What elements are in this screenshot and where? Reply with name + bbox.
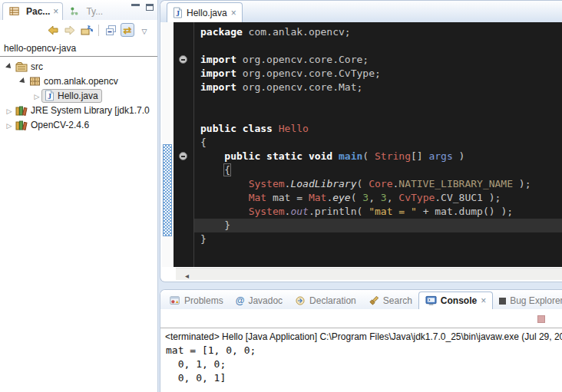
problems-icon <box>170 295 180 306</box>
code-line[interactable]: { <box>200 136 562 150</box>
range-indicator-ruler <box>162 22 174 267</box>
tab-type-hierarchy[interactable]: Ty... <box>63 3 107 20</box>
svg-text:J: J <box>48 92 51 100</box>
toolbar-separator <box>98 25 99 36</box>
library-icon <box>15 105 28 116</box>
tree-item-opencv-library[interactable]: OpenCV-2.4.6 <box>0 117 157 132</box>
java-file-icon: J <box>45 90 55 101</box>
code-line[interactable]: System.LoadLibrary( Core.NATIVE_LIBRARY_… <box>200 177 562 191</box>
link-with-editor-icon[interactable] <box>121 23 134 37</box>
tab-label: Problems <box>184 295 223 306</box>
expander-icon[interactable] <box>5 120 14 130</box>
project-tree: src com.anlak.opencv J Hello.java JRE Sy… <box>0 57 157 132</box>
tree-item-label: Hello.java <box>58 91 98 101</box>
expander-icon[interactable] <box>5 105 14 116</box>
code-line[interactable]: public class Hello <box>200 122 562 136</box>
editor-tab-bar: J Hello.java <box>160 1 562 22</box>
code-line[interactable]: } <box>194 219 562 232</box>
tab-package-explorer[interactable]: Pac... <box>2 2 63 20</box>
tab-search[interactable]: Search <box>362 292 418 309</box>
code-line[interactable]: { <box>200 163 562 177</box>
view-menu-icon[interactable] <box>137 23 151 37</box>
collapse-all-icon[interactable] <box>104 23 117 37</box>
code-line[interactable]: import org.opencv.core.Mat; <box>200 81 562 94</box>
code-line[interactable]: System.out.println( "mat = " + mat.dump(… <box>200 205 562 219</box>
javadoc-icon <box>236 295 245 306</box>
close-icon[interactable] <box>481 295 486 306</box>
tab-label: Console <box>441 295 477 306</box>
declaration-icon <box>295 295 306 306</box>
project-root-label[interactable]: hello-opencv-java <box>0 40 157 57</box>
code-line[interactable] <box>200 94 562 108</box>
range-indicator-thumb[interactable] <box>163 144 172 236</box>
svg-text:J: J <box>176 9 180 18</box>
bug-icon <box>499 298 506 305</box>
tree-item-label: com.anlak.opencv <box>44 76 118 87</box>
console-icon <box>425 295 437 306</box>
tab-label: Javadoc <box>248 295 283 306</box>
sidebar-tab-bar: Pac... Ty... <box>0 0 157 20</box>
view-window-buttons <box>131 4 154 11</box>
tree-item-package[interactable]: com.anlak.opencv <box>0 74 157 88</box>
code-line[interactable] <box>200 108 562 122</box>
fold-collapse-icon[interactable] <box>179 152 187 160</box>
tree-item-label: JRE System Library [jdk1.7.0 <box>31 105 150 116</box>
back-icon[interactable] <box>46 23 60 37</box>
tab-label: Search <box>383 295 412 306</box>
close-icon[interactable] <box>231 8 236 18</box>
tab-label: Bug Explorer <box>510 295 562 306</box>
editor-pane: J Hello.java package com.anlak.opencv;im… <box>160 0 562 282</box>
java-file-icon: J <box>173 7 183 18</box>
terminate-button[interactable] <box>537 315 545 323</box>
package-icon <box>29 76 41 87</box>
tab-bug-explorer[interactable]: Bug Explorer <box>493 292 562 309</box>
tab-javadoc[interactable]: Javadoc <box>230 292 289 309</box>
bottom-tab-bar: Problems Javadoc Declaration Search Cons… <box>160 290 562 309</box>
console-output-line: 0, 0, 1] <box>166 371 256 385</box>
tree-item-label: OpenCV-2.4.6 <box>31 120 89 130</box>
tab-console[interactable]: Console <box>418 292 493 309</box>
expander-icon[interactable] <box>18 79 28 84</box>
editor-tab-hello-java[interactable]: J Hello.java <box>167 2 243 22</box>
type-hierarchy-icon <box>69 6 80 17</box>
search-icon <box>369 295 379 306</box>
sidebar-toolbar <box>0 20 157 40</box>
fold-collapse-icon[interactable] <box>179 55 187 64</box>
minimize-icon[interactable] <box>131 4 140 11</box>
console-output: mat = [1, 0, 0; 0, 1, 0; 0, 0, 1] <box>166 344 256 385</box>
expander-icon[interactable] <box>5 64 14 69</box>
tab-declaration[interactable]: Declaration <box>289 292 362 309</box>
tree-item-hello-java[interactable]: J Hello.java <box>0 88 157 103</box>
tree-item-jre-library[interactable]: JRE System Library [jdk1.7.0 <box>0 103 157 117</box>
console-status-line: <terminated> Hello [Java Application] C:… <box>160 328 562 342</box>
library-icon <box>15 120 28 130</box>
scroll-left-arrow-icon[interactable] <box>176 268 189 282</box>
package-explorer-icon <box>9 6 20 17</box>
code-line[interactable]: } <box>200 232 562 246</box>
code-line[interactable]: public static void main( String[] args ) <box>200 150 562 163</box>
horizontal-scrollbar[interactable] <box>176 268 562 280</box>
close-icon[interactable] <box>53 6 58 17</box>
expander-icon[interactable] <box>32 91 41 101</box>
tab-problems[interactable]: Problems <box>164 292 230 309</box>
editor-gutter <box>174 22 193 267</box>
code-line[interactable]: import org.opencv.core.Core; <box>200 53 562 67</box>
code-line[interactable]: package com.anlak.opencv; <box>200 25 562 39</box>
source-folder-icon <box>15 61 28 72</box>
editor-content: package com.anlak.opencv;import org.open… <box>162 22 562 267</box>
bottom-panel: Problems Javadoc Declaration Search Cons… <box>160 289 562 392</box>
tree-item-label: src <box>31 61 43 72</box>
maximize-icon[interactable] <box>146 4 154 11</box>
tree-item-src[interactable]: src <box>0 59 157 74</box>
go-into-icon[interactable] <box>80 23 94 37</box>
console-output-line: 0, 1, 0; <box>166 357 256 371</box>
forward-icon[interactable] <box>63 23 77 37</box>
code-area[interactable]: package com.anlak.opencv;import org.open… <box>194 22 562 267</box>
code-line[interactable]: import org.opencv.core.CvType; <box>200 67 562 81</box>
console-output-line: mat = [1, 0, 0; <box>166 344 256 357</box>
editor-tab-label: Hello.java <box>187 8 227 18</box>
tab-label: Pac... <box>26 6 50 17</box>
package-explorer-panel: Pac... Ty... hello-opencv-jav <box>0 0 158 392</box>
code-line[interactable] <box>200 39 562 53</box>
code-line[interactable]: Mat mat = Mat.eye( 3, 3, CvType.CV_8UC1 … <box>200 191 562 205</box>
